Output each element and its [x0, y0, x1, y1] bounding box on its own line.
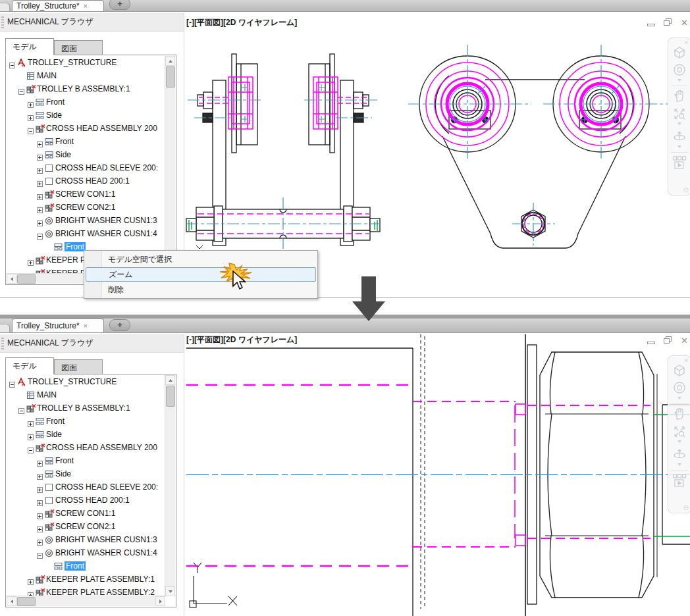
navbar-close-icon[interactable]: ✕: [683, 357, 689, 364]
expand-plus-icon[interactable]: [37, 500, 43, 506]
navbar-collapse-icon[interactable]: ⊖: [683, 186, 689, 193]
showmotion-icon[interactable]: [672, 155, 687, 172]
orbit-icon[interactable]: [672, 447, 687, 463]
expand-plus-icon[interactable]: [37, 220, 43, 226]
expand-plus-icon[interactable]: [28, 260, 34, 266]
tree-item[interactable]: BRIGHT WASHER CUSN1:4: [7, 546, 165, 559]
tree-item[interactable]: BRIGHT WASHER CUSN1:4: [7, 227, 165, 240]
expand-plus-icon[interactable]: [37, 526, 43, 532]
new-tab-button[interactable]: +: [109, 0, 130, 10]
tree-item[interactable]: KEEPER PLATE ASSEMBLY:2: [7, 586, 165, 596]
tree-item[interactable]: KEEPER PLATE ASSEMBLY:1: [7, 573, 165, 586]
tree-item[interactable]: BRIGHT WASHER CUSN1:3: [7, 214, 165, 227]
tree-item[interactable]: CROSS HEAD 200:1: [7, 174, 165, 188]
tree-item[interactable]: CROSS HEAD ASSEMBLY 200: [7, 122, 165, 135]
new-tab-button[interactable]: +: [109, 319, 130, 331]
navbar-dropdown-caret[interactable]: [677, 145, 681, 150]
expand-plus-icon[interactable]: [37, 168, 43, 174]
scroll-left-button[interactable]: [7, 596, 16, 606]
tab-model[interactable]: モデル: [5, 38, 54, 55]
restore-button[interactable]: [663, 18, 673, 27]
tree-item[interactable]: TROLLEY_STRUCTURE: [7, 56, 165, 69]
tree-item[interactable]: Side: [7, 467, 165, 480]
collapse-minus-icon[interactable]: [37, 234, 43, 240]
scroll-right-button[interactable]: [155, 596, 165, 606]
navbar-dropdown-caret[interactable]: [677, 397, 681, 401]
navbar-dropdown-caret[interactable]: [677, 440, 681, 445]
tree-item[interactable]: Side: [7, 148, 165, 161]
tree-item[interactable]: Front: [7, 95, 165, 109]
tree-item[interactable]: CROSS HEAD SLEEVE 200:: [7, 480, 165, 494]
tree-horizontal-scrollbar[interactable]: [7, 596, 165, 606]
expand-plus-icon[interactable]: [28, 115, 34, 121]
tree-item[interactable]: CROSS HEAD SLEEVE 200:: [7, 161, 165, 174]
tree-item[interactable]: SCREW CON1:1: [7, 188, 165, 201]
tree-item[interactable]: SCREW CON1:1: [7, 507, 165, 520]
tree-item[interactable]: SCREW CON2:1: [7, 201, 165, 214]
context-menu-item[interactable]: モデル空間で選択: [86, 252, 316, 267]
scroll-down-button[interactable]: [165, 586, 175, 596]
tab-close-icon[interactable]: ×: [84, 3, 88, 9]
expand-plus-icon[interactable]: [37, 194, 43, 200]
showmotion-icon[interactable]: [672, 473, 687, 490]
steering-wheel-icon[interactable]: [672, 380, 687, 396]
collapse-minus-icon[interactable]: [28, 448, 34, 453]
tree-vertical-scrollbar[interactable]: [165, 375, 175, 596]
scroll-up-button[interactable]: [165, 375, 175, 385]
expand-plus-icon[interactable]: [37, 155, 43, 161]
viewport-title[interactable]: [-][平面図][2D ワイヤフレーム]: [186, 17, 297, 28]
zoom-extents-icon[interactable]: [672, 424, 687, 440]
collapse-minus-icon[interactable]: [28, 128, 34, 134]
viewcube-icon[interactable]: [672, 45, 687, 61]
tree-item[interactable]: BRIGHT WASHER CUSN1:3: [7, 533, 165, 546]
tab-drawing[interactable]: 図面: [54, 40, 103, 55]
tree-item[interactable]: Side: [7, 109, 165, 122]
tree-item[interactable]: TROLLEY B ASSEMBLY:1: [7, 82, 165, 95]
expand-plus-icon[interactable]: [28, 579, 34, 585]
drawing-file-tab[interactable]: Trolley_Structure* ×: [12, 319, 104, 332]
orbit-icon[interactable]: [672, 129, 687, 145]
navbar-collapse-icon[interactable]: ⊖: [683, 504, 689, 511]
pan-hand-icon[interactable]: [672, 406, 687, 422]
context-menu-item[interactable]: 削除: [86, 282, 316, 297]
expand-plus-icon[interactable]: [37, 540, 43, 546]
tree-item[interactable]: MAIN: [7, 388, 165, 401]
tab-drawing[interactable]: 図面: [54, 359, 103, 374]
collapse-minus-icon[interactable]: [37, 553, 43, 559]
tree-item[interactable]: SCREW CON2:1: [7, 520, 165, 533]
scroll-up-button[interactable]: [165, 56, 175, 66]
collapse-minus-icon[interactable]: [18, 89, 24, 95]
expand-plus-icon[interactable]: [37, 513, 43, 519]
vertical-scroll-thumb[interactable]: [166, 386, 175, 407]
minimize-button[interactable]: [647, 18, 656, 27]
expand-plus-icon[interactable]: [37, 141, 43, 147]
viewcube-icon[interactable]: [672, 363, 687, 378]
vertical-scroll-thumb[interactable]: [166, 66, 175, 88]
expand-plus-icon[interactable]: [37, 181, 43, 187]
scroll-left-button[interactable]: [7, 274, 16, 284]
expand-plus-icon[interactable]: [37, 474, 43, 480]
tree-item[interactable]: MAIN: [7, 69, 165, 82]
tree-vertical-scrollbar[interactable]: [165, 56, 175, 274]
expand-plus-icon[interactable]: [37, 487, 43, 493]
tree-item[interactable]: Front: [7, 135, 165, 148]
navbar-dropdown-caret[interactable]: [677, 79, 681, 84]
drawing-file-tab[interactable]: Trolley_Structure* ×: [12, 0, 104, 11]
pan-hand-icon[interactable]: [672, 88, 687, 104]
expand-toggle[interactable]: [28, 589, 34, 596]
tree-item[interactable]: Front: [7, 454, 165, 467]
tree-item[interactable]: CROSS HEAD ASSEMBLY 200: [7, 441, 165, 454]
horizontal-scroll-thumb[interactable]: [17, 274, 36, 284]
expand-plus-icon[interactable]: [37, 461, 43, 467]
expand-plus-icon[interactable]: [28, 102, 34, 108]
context-menu-item[interactable]: ズーム: [86, 267, 316, 282]
tree-item[interactable]: Front: [7, 415, 165, 428]
close-button[interactable]: ✕: [679, 18, 689, 27]
tree-item[interactable]: Side: [7, 428, 165, 441]
collapse-minus-icon[interactable]: [9, 63, 15, 68]
navbar-close-icon[interactable]: ✕: [683, 39, 689, 46]
collapse-minus-icon[interactable]: [9, 382, 15, 388]
expand-plus-icon[interactable]: [37, 207, 43, 213]
horizontal-scroll-thumb[interactable]: [17, 597, 36, 606]
steering-wheel-icon[interactable]: [672, 63, 687, 78]
